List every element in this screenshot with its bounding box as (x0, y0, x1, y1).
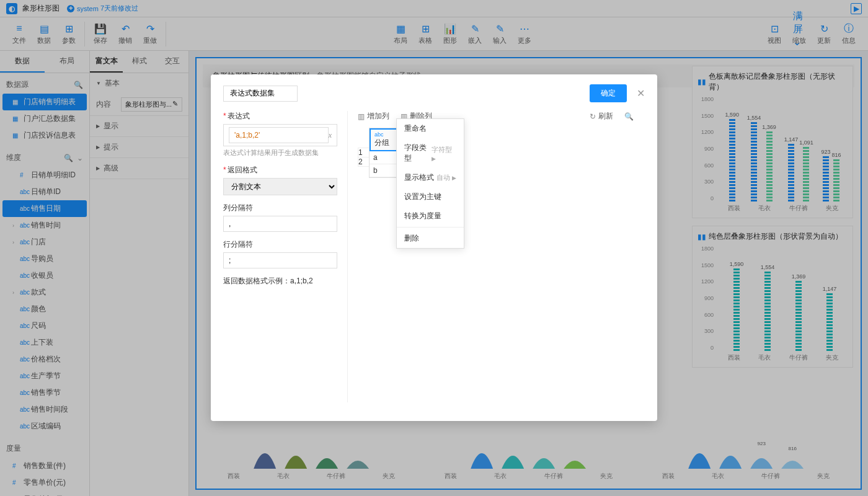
ctx-rename[interactable]: 重命名 (397, 119, 464, 138)
row-index: 1 (358, 148, 369, 157)
column-context-menu: 重命名 字段类型字符型 ▶ 显示格式自动 ▶ 设置为主键 转换为度量 删除 (396, 118, 464, 249)
col-sep-label: 列分隔符 (223, 203, 337, 213)
dataset-name-input[interactable] (223, 86, 298, 102)
row-index: 2 (358, 157, 369, 167)
close-icon[interactable]: ✕ (637, 87, 645, 99)
return-format-label: *返回格式 (223, 165, 337, 175)
row-sep-label: 行分隔符 (223, 239, 337, 250)
chevron-right-icon: ▶ (432, 156, 436, 162)
col-sep-input[interactable] (223, 216, 337, 232)
row-sep-input[interactable] (223, 252, 337, 268)
confirm-button[interactable]: 确定 (590, 84, 627, 102)
return-format-select[interactable]: 分割文本 (223, 178, 337, 195)
chevron-right-icon: ▶ (452, 175, 456, 181)
expression-hint: 表达式计算结果用于生成数据集 (223, 148, 337, 157)
ctx-field-type[interactable]: 字段类型字符型 ▶ (397, 138, 464, 168)
ctx-to-measure[interactable]: 转换为度量 (397, 206, 464, 226)
expression-dataset-modal: 确定 ✕ *表达式 x 表达式计算结果用于生成数据集 *返回格式 分割文本 (211, 74, 657, 421)
add-column-icon: ▥ (358, 112, 365, 121)
modal-overlay: 确定 ✕ *表达式 x 表达式计算结果用于生成数据集 *返回格式 分割文本 (0, 0, 868, 496)
expression-input[interactable] (229, 127, 329, 143)
add-column-button[interactable]: ▥增加列 (358, 111, 389, 122)
ctx-delete[interactable]: 删除 (397, 229, 464, 248)
ctx-display-format[interactable]: 显示格式自动 ▶ (397, 168, 464, 187)
expression-label: *表达式 (223, 111, 337, 122)
ctx-set-pk[interactable]: 设置为主键 (397, 187, 464, 206)
refresh-icon: ↻ (590, 112, 596, 121)
fx-icon[interactable]: x (329, 131, 332, 140)
search-button[interactable]: 🔍 (624, 112, 634, 121)
return-hint: 返回数据格式示例：a,1;b,2 (223, 276, 337, 286)
search-icon: 🔍 (624, 112, 634, 121)
refresh-button[interactable]: ↻刷新 (590, 111, 613, 122)
